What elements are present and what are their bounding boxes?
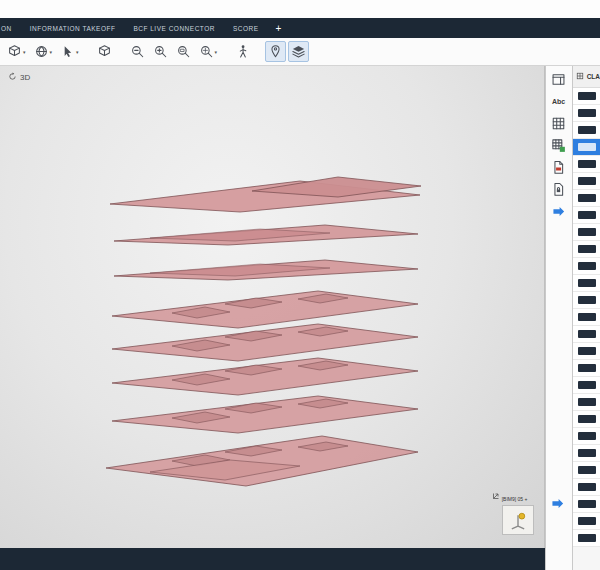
view-orientation-icon (7, 44, 22, 59)
expand-overlay-icon[interactable] (550, 496, 565, 515)
classification-row[interactable] (573, 241, 600, 258)
classification-row[interactable] (573, 394, 600, 411)
classification-color-bar (578, 211, 596, 219)
classification-row[interactable] (573, 462, 600, 479)
text-annotation-icon[interactable]: Abc (550, 93, 568, 109)
popout-icon[interactable] (492, 492, 500, 501)
chevron-down-icon: ▾ (50, 49, 53, 55)
classification-color-bar (578, 177, 596, 185)
classification-row[interactable] (573, 292, 600, 309)
overlay-label: [BIM9] 05 + (502, 496, 528, 502)
chevron-down-icon: ▾ (76, 49, 79, 55)
walk-mode-button[interactable] (232, 41, 253, 62)
classification-row[interactable] (573, 88, 600, 105)
layers-button[interactable] (288, 41, 309, 62)
classification-row[interactable] (573, 190, 600, 207)
classification-row[interactable] (573, 173, 600, 190)
markup-pin-button[interactable] (265, 41, 286, 62)
view-orientation-button[interactable]: ▾ (4, 41, 29, 62)
bim-application-window: ONINFORMATION TAKEOFFBCF LIVE CONNECTORS… (0, 0, 600, 570)
menubar: ONINFORMATION TAKEOFFBCF LIVE CONNECTORS… (0, 18, 600, 38)
view-toolbar: ▾▾▾▾ (0, 38, 600, 66)
classification-color-bar (578, 109, 596, 117)
classification-row[interactable] (573, 496, 600, 513)
walk-mode-icon (235, 44, 250, 59)
zoom-in-icon (153, 44, 168, 59)
fit-to-view-button[interactable] (94, 41, 115, 62)
chevron-down-icon: ▾ (215, 49, 218, 55)
select-tool-button[interactable]: ▾ (57, 41, 82, 62)
takeoff-table-icon[interactable] (550, 137, 568, 153)
zoom-window-button[interactable] (173, 41, 194, 62)
navigation-gizmo-thumbnail[interactable] (502, 505, 534, 535)
chevron-down-icon: ▾ (23, 49, 26, 55)
orbit-icon (8, 72, 17, 83)
menu-item-bcf-live-connector[interactable]: BCF LIVE CONNECTOR (124, 25, 223, 32)
classification-color-bar (578, 347, 596, 355)
classification-color-bar (578, 313, 596, 321)
classification-row[interactable] (573, 343, 600, 360)
classification-title: CLA (587, 73, 600, 80)
classification-row[interactable] (573, 377, 600, 394)
classification-icon (576, 72, 584, 81)
viewport-column: 3D [BIM9] 05 + (0, 66, 545, 570)
classification-row[interactable] (573, 258, 600, 275)
classification-color-bar (578, 432, 596, 440)
classification-color-bar (578, 126, 596, 134)
grid-view-icon[interactable] (550, 115, 568, 131)
classification-color-bar (578, 262, 596, 270)
pdf-export-icon[interactable] (550, 159, 568, 175)
classification-color-bar (578, 245, 596, 253)
viewport-overlay-panel: [BIM9] 05 + (492, 490, 542, 544)
view-label-text: 3D (20, 73, 30, 82)
classification-row[interactable] (573, 224, 600, 241)
render-style-button[interactable]: ▾ (31, 41, 56, 62)
classification-row[interactable] (573, 105, 600, 122)
classification-color-bar (578, 398, 596, 406)
classification-row[interactable] (573, 428, 600, 445)
zoom-extents-button[interactable]: ▾ (196, 41, 221, 62)
detach-panel-icon[interactable] (550, 71, 568, 87)
classification-color-bar (578, 449, 596, 457)
classification-panel-header: CLA (573, 66, 600, 88)
zoom-in-button[interactable] (150, 41, 171, 62)
classification-row[interactable] (573, 326, 600, 343)
3d-viewport[interactable]: 3D [BIM9] 05 + (0, 66, 545, 548)
classification-color-bar (578, 330, 596, 338)
classification-row[interactable] (573, 479, 600, 496)
classification-row[interactable] (573, 275, 600, 292)
status-bar (0, 548, 545, 570)
classification-row[interactable] (573, 156, 600, 173)
classification-row[interactable] (573, 122, 600, 139)
view-label: 3D (8, 72, 30, 83)
classification-row[interactable] (573, 360, 600, 377)
classification-row[interactable] (573, 411, 600, 428)
zoom-window-icon (176, 44, 191, 59)
classification-color-bar (578, 160, 596, 168)
3d-model-floor-slabs[interactable] (0, 66, 545, 548)
zoom-out-button[interactable] (127, 41, 148, 62)
classification-color-bar (578, 415, 596, 423)
zoom-out-icon (130, 44, 145, 59)
classification-row[interactable] (573, 139, 600, 156)
lock-document-icon[interactable] (550, 181, 568, 197)
classification-color-bar (578, 517, 596, 525)
classification-row[interactable] (573, 207, 600, 224)
classification-color-bar (578, 483, 596, 491)
menu-item-information-takeoff[interactable]: INFORMATION TAKEOFF (21, 25, 125, 32)
classification-row[interactable] (573, 445, 600, 462)
menu-item-score[interactable]: SCORE (224, 25, 268, 32)
menu-item--[interactable]: + (268, 23, 290, 34)
classification-color-bar (578, 279, 596, 287)
classification-color-bar (578, 466, 596, 474)
classification-row[interactable] (573, 513, 600, 530)
classification-color-bar (578, 381, 596, 389)
expand-panel-icon[interactable] (550, 203, 568, 219)
classification-rows (573, 88, 600, 547)
classification-row[interactable] (573, 530, 600, 547)
menu-item-on[interactable]: ON (0, 25, 21, 32)
classification-row[interactable] (573, 309, 600, 326)
markup-pin-icon (268, 44, 283, 59)
layers-icon (291, 44, 306, 59)
classification-color-bar (578, 534, 596, 542)
